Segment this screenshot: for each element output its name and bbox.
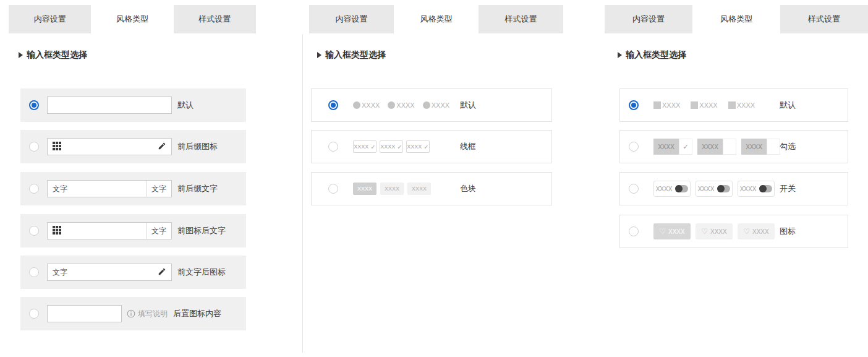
option-label: 图标 xyxy=(780,226,796,237)
item-text: XXXX xyxy=(380,144,395,150)
tab-bar: 内容设置 风格类型 样式设置 xyxy=(605,5,868,33)
radio[interactable] xyxy=(29,309,39,319)
option-label: 勾选 xyxy=(780,141,796,152)
radio[interactable] xyxy=(29,184,39,194)
collapse-arrow-icon xyxy=(618,52,622,58)
suffix-text: 文字 xyxy=(146,181,166,197)
option-row-switch[interactable]: XXXX XXXX XXXX 开关 xyxy=(619,172,848,205)
collapse-arrow-icon xyxy=(19,52,23,58)
pencil-icon xyxy=(158,267,166,278)
option-row-prefix-suffix-icon[interactable]: 前后缀图标 xyxy=(20,130,246,163)
input-preview-texts: 文字 文字 xyxy=(47,180,172,197)
option-row-default[interactable]: 默认 xyxy=(20,88,246,122)
preview-square-prefix: XXXX XXXX XXXX xyxy=(653,101,780,109)
option-row-default[interactable]: XXXX XXXX XXXX 默认 xyxy=(311,88,552,122)
option-label: 前文字后图标 xyxy=(177,267,226,278)
tab-bar: 内容设置 风格类型 样式设置 xyxy=(309,5,563,33)
radio[interactable] xyxy=(29,142,39,152)
tab-style-settings[interactable]: 样式设置 xyxy=(174,5,256,33)
preview-color-blocks: XXXX XXXX XXXX xyxy=(353,183,460,195)
input-preview-icons xyxy=(47,138,172,155)
input-preview-text-icon: 文字 xyxy=(47,264,172,281)
dot-icon xyxy=(353,101,360,109)
input-preview-empty-short xyxy=(47,305,122,322)
radio[interactable] xyxy=(328,184,338,194)
option-row-color-block[interactable]: XXXX XXXX XXXX 色块 xyxy=(311,172,552,205)
radio[interactable] xyxy=(629,142,639,152)
section-header[interactable]: 输入框类型选择 xyxy=(618,49,686,61)
toggle-icon xyxy=(717,185,730,192)
radio-selected[interactable] xyxy=(629,100,639,110)
check-icon: ✓ xyxy=(423,144,428,150)
option-row-check[interactable]: XXXX✓ XXXX XXXX 勾选 xyxy=(619,130,848,163)
item-text: XXXX xyxy=(752,228,769,235)
option-label: 前后缀文字 xyxy=(177,183,218,194)
section-title: 输入框类型选择 xyxy=(325,49,386,61)
checkbox-empty xyxy=(767,139,780,155)
radio[interactable] xyxy=(29,226,39,236)
note-text: 填写说明 xyxy=(138,309,168,319)
option-row-default[interactable]: XXXX XXXX XXXX 默认 xyxy=(619,88,848,122)
section-title: 输入框类型选择 xyxy=(27,49,87,61)
item-text: XXXX xyxy=(396,101,414,109)
preview-switch-items: XXXX XXXX XXXX xyxy=(653,181,780,197)
prefix-text: 文字 xyxy=(53,184,67,194)
item-text: XXXX xyxy=(741,139,767,155)
check-icon: ✓ xyxy=(370,144,375,150)
radio[interactable] xyxy=(629,226,639,236)
color-block-selected: XXXX xyxy=(353,183,377,195)
info-icon xyxy=(127,309,135,318)
heart-icon: ♡ xyxy=(659,228,666,235)
tab-content-settings[interactable]: 内容设置 xyxy=(309,5,394,33)
item-text: XXXX xyxy=(354,144,368,150)
preview-radio-dots: XXXX XXXX XXXX xyxy=(353,101,460,109)
tab-content-settings[interactable]: 内容设置 xyxy=(9,5,91,33)
option-row-text-then-icon[interactable]: 文字 前文字后图标 xyxy=(20,256,246,289)
panel-divider xyxy=(302,34,303,353)
option-label: 默认 xyxy=(460,100,476,111)
tab-style-type[interactable]: 风格类型 xyxy=(692,5,780,33)
item-text: XXXX xyxy=(737,101,755,109)
option-row-icon[interactable]: ♡XXXX ♡XXXX ♡XXXX 图标 xyxy=(619,215,848,248)
item-text: XXXX xyxy=(697,139,723,155)
item-text: XXXX xyxy=(407,144,422,150)
tab-style-settings[interactable]: 样式设置 xyxy=(780,5,868,33)
section-title: 输入框类型选择 xyxy=(626,49,686,61)
settings-page: 内容设置 风格类型 样式设置 输入框类型选择 默认 前后缀图标 文字 xyxy=(0,0,868,357)
tab-style-settings[interactable]: 样式设置 xyxy=(479,5,563,33)
radio-selected[interactable] xyxy=(29,100,39,110)
radio-selected[interactable] xyxy=(328,100,338,110)
radio[interactable] xyxy=(328,142,338,152)
option-label: 线框 xyxy=(460,141,476,152)
preview-heart-items: ♡XXXX ♡XXXX ♡XXXX xyxy=(653,223,780,239)
square-icon xyxy=(653,101,661,109)
grid-icon xyxy=(53,226,61,236)
fill-note: 填写说明 xyxy=(127,309,168,319)
checkbox-empty xyxy=(723,139,736,155)
option-row-trailing-icon-content[interactable]: 填写说明 后置图标内容 xyxy=(20,297,246,330)
option-row-icon-then-text[interactable]: 文字 前图标后文字 xyxy=(20,214,246,247)
radio[interactable] xyxy=(29,267,39,277)
option-row-outlined[interactable]: XXXX✓ XXXX✓ XXXX✓ 线框 xyxy=(311,130,552,163)
panel-radio-styles: 内容设置 风格类型 样式设置 输入框类型选择 XXXX XXXX XXXX 默认… xyxy=(309,0,563,357)
prefix-text: 文字 xyxy=(53,267,67,278)
section-header[interactable]: 输入框类型选择 xyxy=(19,49,87,61)
option-label: 后置图标内容 xyxy=(173,308,221,319)
radio[interactable] xyxy=(629,184,639,194)
square-icon xyxy=(728,101,736,109)
color-block: XXXX xyxy=(407,183,431,195)
tab-style-type[interactable]: 风格类型 xyxy=(394,5,479,33)
item-text: XXXX xyxy=(710,228,727,235)
item-text: XXXX xyxy=(656,186,673,192)
input-preview-empty xyxy=(47,97,172,114)
section-header[interactable]: 输入框类型选择 xyxy=(317,49,386,61)
tab-style-type[interactable]: 风格类型 xyxy=(91,5,173,33)
collapse-arrow-icon xyxy=(317,52,321,58)
option-label: 前后缀图标 xyxy=(177,141,218,152)
suffix-text: 文字 xyxy=(146,223,166,239)
tab-content-settings[interactable]: 内容设置 xyxy=(605,5,692,33)
heart-icon: ♡ xyxy=(701,228,708,235)
dot-icon xyxy=(423,101,430,109)
tab-bar: 内容设置 风格类型 样式设置 xyxy=(9,5,256,33)
option-row-prefix-suffix-text[interactable]: 文字 文字 前后缀文字 xyxy=(20,172,246,205)
